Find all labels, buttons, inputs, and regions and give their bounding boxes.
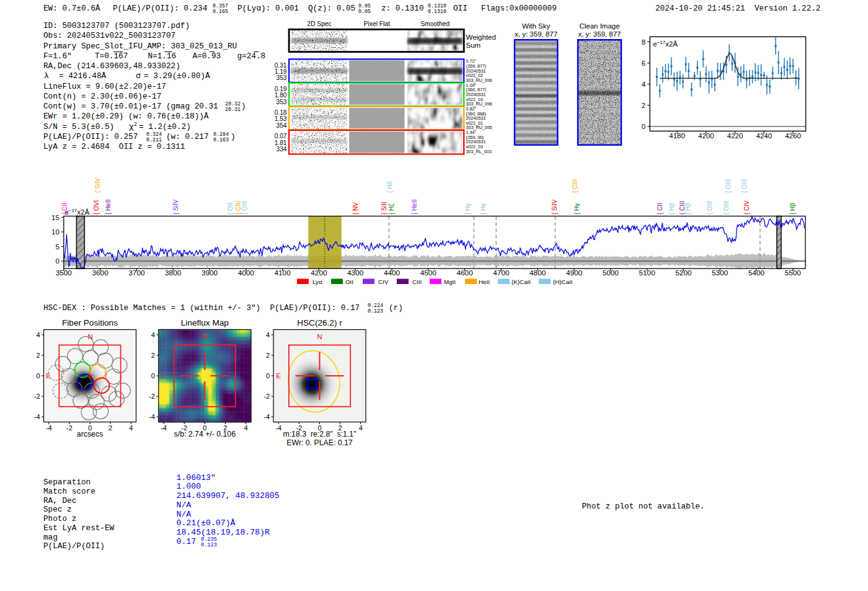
svg-text:3600: 3600 [92, 269, 108, 277]
svg-text:Primary Spec_Slot_IFU_AMP: 303: Primary Spec_Slot_IFU_AMP: 303_025_013_R… [43, 42, 237, 51]
svg-text:4000: 4000 [238, 269, 255, 277]
svg-text:4260: 4260 [785, 132, 801, 140]
svg-text:18.45(18.19,18.78)R: 18.45(18.19,18.78)R [177, 528, 270, 537]
svg-text:{ CII: { CII [657, 203, 663, 215]
svg-text:20.31: 20.31 [225, 107, 241, 112]
svg-text:T=0.167: T=0.167 [95, 51, 128, 61]
svg-text:N: N [317, 332, 322, 341]
svg-text:HSC-DEX : Possible Matches = 1: HSC-DEX : Possible Matches = 1 (within +… [43, 303, 360, 313]
svg-text:-2: -2 [264, 393, 270, 400]
svg-text:0.357: 0.357 [213, 3, 228, 9]
svg-text:0.165: 0.165 [213, 9, 228, 14]
svg-text:5300: 5300 [712, 269, 728, 277]
svg-text:arcsecs: arcsecs [77, 430, 103, 438]
svg-text:2: 2 [266, 352, 270, 359]
svg-text:Lineflux Map: Lineflux Map [181, 318, 229, 327]
svg-text:0.123: 0.123 [201, 542, 217, 548]
svg-text:Flags:0x00000009: Flags:0x00000009 [481, 4, 557, 13]
svg-text:(K)CaII: (K)CaII [512, 278, 531, 285]
svg-text:{ HeII: { HeII [411, 200, 418, 215]
svg-text:{ HeII: { HeII [105, 200, 112, 215]
svg-text:RA,Dec (214.639603,48.933022): RA,Dec (214.639603,48.933022) [43, 61, 180, 71]
svg-text:-4: -4 [264, 413, 270, 420]
svg-text:0.17: 0.17 [177, 537, 197, 546]
svg-text:Smoothed: Smoothed [420, 20, 450, 27]
svg-text:-4: -4 [34, 413, 40, 420]
svg-text:0: 0 [642, 123, 645, 130]
svg-text:4300: 4300 [347, 269, 364, 277]
svg-text:1.000: 1.000 [177, 482, 202, 491]
svg-text:3800: 3800 [165, 269, 182, 277]
svg-text:353: 353 [277, 99, 287, 105]
svg-text:4500: 4500 [420, 269, 437, 277]
svg-text:5400: 5400 [748, 269, 765, 277]
svg-text:P(LAE)/P(OII): 0.257: P(LAE)/P(OII): 0.257 [43, 132, 138, 141]
svg-text:P(LAE)/P(OII): 0.234: P(LAE)/P(OII): 0.234 [113, 4, 207, 13]
svg-text:5200: 5200 [675, 269, 692, 277]
svg-text:CIII: CIII [412, 278, 422, 285]
svg-text:4600: 4600 [456, 269, 473, 277]
svg-text:4800: 4800 [529, 269, 546, 277]
svg-text:Fiber Positions: Fiber Positions [62, 318, 118, 327]
svg-text:MgII: MgII [444, 278, 456, 285]
svg-text:Cont(n) = 2.30(±0.06)e-17: Cont(n) = 2.30(±0.06)e-17 [43, 92, 161, 101]
svg-text:4200: 4200 [311, 269, 327, 277]
svg-text:0.21(±0.07)Å: 0.21(±0.07)Å [177, 518, 236, 528]
svg-text:4900: 4900 [566, 269, 583, 277]
svg-text:N/A: N/A [177, 500, 192, 510]
svg-text:{ SiIV: { SiIV [94, 177, 101, 193]
svg-text:N: N [88, 332, 94, 341]
svg-text:{ OIII: { OIII [741, 179, 748, 193]
svg-text:2: 2 [151, 352, 155, 359]
svg-text:{ OIII: { OIII [725, 179, 732, 193]
svg-text:{ Hβ: { Hβ [789, 203, 796, 215]
svg-text:20.32: 20.32 [225, 101, 241, 107]
svg-text:x, y: 359, 877: x, y: 359, 877 [578, 30, 621, 38]
svg-text:0: 0 [36, 372, 40, 380]
svg-text:4: 4 [642, 81, 646, 88]
svg-text:): ) [241, 102, 246, 111]
svg-text:0.1310: 0.1310 [428, 9, 446, 14]
svg-text:-4: -4 [149, 413, 155, 420]
svg-text:0.05: 0.05 [358, 9, 371, 14]
svg-text:N: N [202, 332, 208, 340]
svg-text:6: 6 [642, 60, 645, 67]
svg-text:{ CIV: { CIV [235, 200, 242, 215]
svg-text:1.06013": 1.06013" [177, 473, 216, 482]
svg-text:(w: 0.217: (w: 0.217 [166, 132, 209, 141]
svg-text:0.123: 0.123 [368, 308, 383, 314]
svg-text:5100: 5100 [639, 269, 655, 277]
svg-text:e−17x2Å: e−17x2Å [653, 40, 678, 48]
svg-text:15: 15 [51, 214, 60, 221]
svg-text:λ: λ [44, 71, 49, 81]
svg-text:{ Hβ: { Hβ [668, 203, 675, 215]
svg-text:Obs: 20240531v022_5003123707: Obs: 20240531v022_5003123707 [43, 31, 175, 40]
svg-text:{ OIII: { OIII [706, 201, 713, 215]
svg-text:8: 8 [642, 38, 645, 46]
svg-text:-4: -4 [275, 424, 281, 432]
svg-text:0.324: 0.324 [146, 131, 162, 137]
svg-text:Pixel Flat: Pixel Flat [364, 20, 390, 27]
svg-text:HSC(26.2) r: HSC(26.2) r [297, 318, 342, 327]
svg-text:EW: 0.7±0.6Å: EW: 0.7±0.6Å [43, 4, 100, 13]
svg-text:Clean Image: Clean Image [579, 22, 619, 30]
svg-text:0.163: 0.163 [213, 137, 229, 143]
svg-text:P(LAE)/P(OII): P(LAE)/P(OII) [43, 541, 105, 551]
svg-text:= 3.29(±0.80)Å: = 3.29(±0.80)Å [144, 71, 210, 81]
svg-text:4: 4 [359, 424, 363, 432]
svg-text:(r): (r) [389, 303, 403, 313]
svg-text:With Sky: With Sky [522, 22, 551, 30]
svg-text:-2: -2 [66, 424, 73, 432]
svg-text:2024-10-20 21:45:21 Version 1: 2024-10-20 21:45:21 Version 1.22.2 [655, 4, 820, 13]
svg-text:2D Spec: 2D Spec [307, 20, 332, 27]
svg-text:Phot z plot not available.: Phot z plot not available. [582, 502, 705, 511]
svg-text:10: 10 [51, 228, 60, 236]
svg-text:(H)CaII: (H)CaII [553, 278, 573, 285]
svg-text:334: 334 [277, 146, 287, 153]
svg-text:N=1.16: N=1.16 [148, 51, 177, 61]
svg-text:m:18.3 re:2.8" s:1.1": m:18.3 re:2.8" s:1.1" [283, 430, 356, 438]
svg-text:4180: 4180 [669, 132, 685, 140]
svg-text:-2: -2 [149, 393, 155, 400]
svg-text:g=24.8: g=24.8 [237, 51, 266, 61]
svg-text:4100: 4100 [274, 269, 291, 277]
